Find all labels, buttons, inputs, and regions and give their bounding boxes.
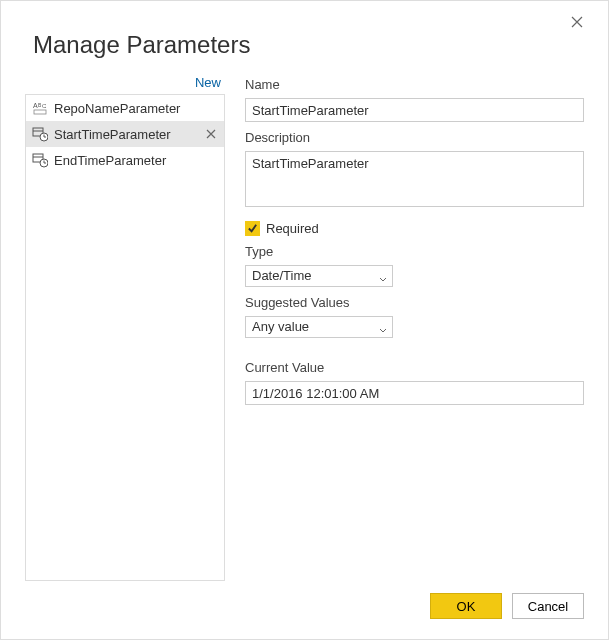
parameter-list: A B C RepoNameParameter (25, 94, 225, 581)
cancel-button[interactable]: Cancel (512, 593, 584, 619)
svg-rect-3 (34, 110, 46, 114)
dialog-title: Manage Parameters (33, 31, 584, 59)
parameter-item-label: StartTimeParameter (54, 127, 198, 142)
ok-button[interactable]: OK (430, 593, 502, 619)
datetime-param-icon (32, 126, 48, 142)
current-value-label: Current Value (245, 360, 584, 375)
required-label: Required (266, 221, 319, 236)
remove-parameter-icon[interactable] (204, 127, 218, 141)
manage-parameters-dialog: Manage Parameters New A B C RepoNamePara… (0, 0, 609, 640)
parameter-item-starttime[interactable]: StartTimeParameter (26, 121, 224, 147)
required-checkbox[interactable] (245, 221, 260, 236)
type-select[interactable]: Date/Time (245, 265, 393, 287)
parameter-item-endtime[interactable]: EndTimeParameter (26, 147, 224, 173)
name-label: Name (245, 77, 584, 92)
titlebar-row (25, 15, 584, 29)
text-param-icon: A B C (32, 100, 48, 116)
description-label: Description (245, 130, 584, 145)
current-value-input[interactable] (245, 381, 584, 405)
description-input[interactable] (245, 151, 584, 207)
dialog-footer: OK Cancel (25, 593, 584, 619)
parameter-item-reponame[interactable]: A B C RepoNameParameter (26, 95, 224, 121)
type-label: Type (245, 244, 584, 259)
datetime-param-icon (32, 152, 48, 168)
svg-text:C: C (42, 103, 47, 109)
suggested-values-label: Suggested Values (245, 295, 584, 310)
close-button[interactable] (570, 15, 584, 29)
right-pane: Name Description Required Type Date/Time… (245, 75, 584, 581)
new-parameter-link[interactable]: New (25, 75, 225, 90)
parameter-item-label: RepoNameParameter (54, 101, 198, 116)
name-input[interactable] (245, 98, 584, 122)
left-pane: New A B C RepoNameParameter (25, 75, 225, 581)
parameter-item-label: EndTimeParameter (54, 153, 198, 168)
suggested-values-select[interactable]: Any value (245, 316, 393, 338)
